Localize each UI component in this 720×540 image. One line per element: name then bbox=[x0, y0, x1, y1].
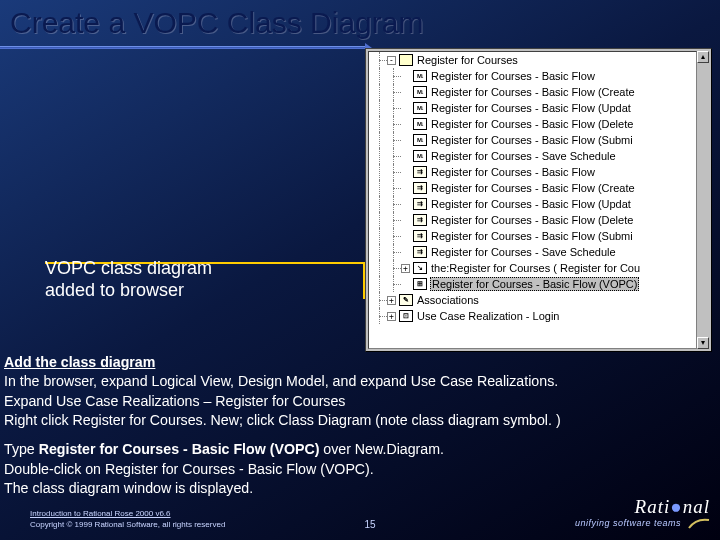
tree-item[interactable]: M↓Register for Courses - Basic Flow (Cre… bbox=[369, 84, 696, 100]
tree-item-label: Register for Courses bbox=[416, 54, 519, 66]
tree-item[interactable]: M↓Register for Courses - Save Schedule bbox=[369, 148, 696, 164]
tree-item-label: Register for Courses - Basic Flow (Creat… bbox=[430, 86, 636, 98]
tree-item-label: Register for Courses - Basic Flow bbox=[430, 166, 596, 178]
col-icon: ⇉ bbox=[413, 230, 427, 242]
link-icon: ↘ bbox=[413, 262, 427, 274]
seq-icon: M↓ bbox=[413, 150, 427, 162]
brand-name: Rati●nal bbox=[575, 496, 710, 518]
slide-title: Create a VOPC Class Diagram bbox=[10, 6, 423, 40]
callout-line1: VOPC class diagram bbox=[45, 258, 212, 278]
tree-item-label: Register for Courses - Basic Flow (VOPC) bbox=[430, 277, 639, 291]
scroll-down-button[interactable]: ▾ bbox=[697, 337, 709, 349]
tree-item[interactable]: ⊞Register for Courses - Basic Flow (VOPC… bbox=[369, 276, 696, 292]
tree-item-label: Register for Courses - Basic Flow bbox=[430, 70, 596, 82]
brand-logo: Rati●nal unifying software teams bbox=[575, 496, 710, 530]
tree-item-label: Associations bbox=[416, 294, 480, 306]
tree-item[interactable]: M↓Register for Courses - Basic Flow bbox=[369, 68, 696, 84]
tree-item[interactable]: -Register for Courses bbox=[369, 52, 696, 68]
tree-item-label: Register for Courses - Basic Flow (Delet… bbox=[430, 214, 634, 226]
instruction-line: Expand Use Case Realizations – Register … bbox=[4, 393, 714, 410]
seq-icon: M↓ bbox=[413, 118, 427, 130]
note-icon: ✎ bbox=[399, 294, 413, 306]
tree-item-label: the:Register for Courses ( Register for … bbox=[430, 262, 641, 274]
tree-item[interactable]: +✎Associations bbox=[369, 292, 696, 308]
tree-item-label: Register for Courses - Basic Flow (Delet… bbox=[430, 118, 634, 130]
instruction-line: In the browser, expand Logical View, Des… bbox=[4, 373, 714, 390]
col-icon: ⇉ bbox=[413, 246, 427, 258]
tree-item[interactable]: ⇉Register for Courses - Basic Flow (Upda… bbox=[369, 196, 696, 212]
tree-item[interactable]: ⇉Register for Courses - Basic Flow (Subm… bbox=[369, 228, 696, 244]
seq-icon: M↓ bbox=[413, 134, 427, 146]
col-icon: ⇉ bbox=[413, 166, 427, 178]
tree-item[interactable]: ⇉Register for Courses - Basic Flow (Dele… bbox=[369, 212, 696, 228]
tree-item-label: Register for Courses - Basic Flow (Updat bbox=[430, 102, 632, 114]
tree-item[interactable]: M↓Register for Courses - Basic Flow (Sub… bbox=[369, 132, 696, 148]
title-underline bbox=[0, 46, 365, 48]
footer-product: Introduction to Rational Rose 2000 v6.6 bbox=[30, 509, 225, 519]
instructions-header: Add the class diagram bbox=[4, 354, 714, 371]
browser-tree-panel: -Register for CoursesM↓Register for Cour… bbox=[365, 48, 712, 352]
expand-icon[interactable]: + bbox=[387, 312, 396, 321]
page-number: 15 bbox=[364, 519, 375, 530]
expand-icon[interactable]: + bbox=[401, 264, 410, 273]
vertical-scrollbar[interactable]: ▴ ▾ bbox=[697, 51, 709, 349]
tree-item-label: Register for Courses - Basic Flow (Submi bbox=[430, 230, 634, 242]
seq-icon: M↓ bbox=[413, 86, 427, 98]
collapse-icon[interactable]: - bbox=[387, 56, 396, 65]
tree-item-label: Register for Courses - Save Schedule bbox=[430, 150, 617, 162]
instructions: Add the class diagram In the browser, ex… bbox=[4, 354, 714, 499]
col-icon: ⇉ bbox=[413, 182, 427, 194]
spacer bbox=[4, 431, 714, 439]
footer-copyright: Copyright © 1999 Rational Software, all … bbox=[30, 520, 225, 530]
tree-item-label: Register for Courses - Basic Flow (Submi bbox=[430, 134, 634, 146]
footer-left: Introduction to Rational Rose 2000 v6.6 … bbox=[30, 509, 225, 530]
tree-item-label: Register for Courses - Save Schedule bbox=[430, 246, 617, 258]
callout-line2: added to browser bbox=[45, 280, 184, 300]
tree-item[interactable]: ⇉Register for Courses - Basic Flow bbox=[369, 164, 696, 180]
seq-icon: M↓ bbox=[413, 102, 427, 114]
tree-item-label: Use Case Realization - Login bbox=[416, 310, 560, 322]
tree-item-label: Register for Courses - Basic Flow (Creat… bbox=[430, 182, 636, 194]
diag-icon: ⊡ bbox=[399, 310, 413, 322]
brand-tagline: unifying software teams bbox=[575, 518, 710, 530]
tree-item[interactable]: ⇉Register for Courses - Basic Flow (Crea… bbox=[369, 180, 696, 196]
col-icon: ⇉ bbox=[413, 198, 427, 210]
tree-item[interactable]: M↓Register for Courses - Basic Flow (Del… bbox=[369, 116, 696, 132]
expand-icon[interactable]: + bbox=[387, 296, 396, 305]
tree-item[interactable]: +↘the:Register for Courses ( Register fo… bbox=[369, 260, 696, 276]
tree-item[interactable]: M↓Register for Courses - Basic Flow (Upd… bbox=[369, 100, 696, 116]
seq-icon: M↓ bbox=[413, 70, 427, 82]
tree-item[interactable]: +⊡Use Case Realization - Login bbox=[369, 308, 696, 324]
cls-icon: ⊞ bbox=[413, 278, 427, 290]
scroll-up-button[interactable]: ▴ bbox=[697, 51, 709, 63]
instruction-line: The class diagram window is displayed. bbox=[4, 480, 714, 497]
instruction-line: Right click Register for Courses. New; c… bbox=[4, 412, 714, 429]
col-icon: ⇉ bbox=[413, 214, 427, 226]
slide: Create a VOPC Class Diagram VOPC class d… bbox=[0, 0, 720, 540]
instruction-line: Type Register for Courses - Basic Flow (… bbox=[4, 441, 714, 458]
browser-tree[interactable]: -Register for CoursesM↓Register for Cour… bbox=[368, 51, 697, 349]
tree-item-label: Register for Courses - Basic Flow (Updat bbox=[430, 198, 632, 210]
swoosh-icon bbox=[688, 518, 710, 530]
instruction-line: Double-click on Register for Courses - B… bbox=[4, 461, 714, 478]
tree-item[interactable]: ⇉Register for Courses - Save Schedule bbox=[369, 244, 696, 260]
footer: Introduction to Rational Rose 2000 v6.6 … bbox=[30, 496, 710, 530]
pkg-icon bbox=[399, 54, 413, 66]
callout-label: VOPC class diagram added to browser bbox=[45, 258, 230, 301]
